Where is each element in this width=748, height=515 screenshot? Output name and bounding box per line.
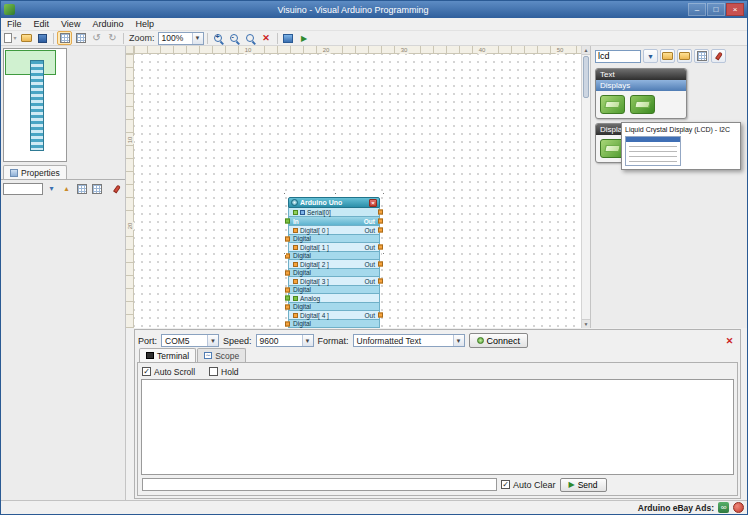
board-row-digital-1[interactable]: Digital[ 1 ]Out <box>288 243 380 252</box>
list-view-button[interactable] <box>677 49 692 63</box>
zoom-select[interactable]: 100% ▼ <box>158 32 204 45</box>
connect-button[interactable]: Connect <box>469 333 529 348</box>
categorized-view-button[interactable] <box>75 182 88 195</box>
menu-item-arduino[interactable]: Arduino <box>86 19 129 29</box>
save-button[interactable] <box>35 31 50 45</box>
board-row-digital-2[interactable]: Digital[ 2 ]Out <box>288 260 380 269</box>
board-row-digital-3[interactable]: Digital[ 3 ]Out <box>288 277 380 286</box>
digital-out-pin[interactable] <box>378 262 383 267</box>
left-panel: Properties ▾ ▴ <box>1 46 126 500</box>
board-row-digital[interactable]: Digital <box>288 286 380 294</box>
undo-button[interactable]: ↺ <box>89 31 104 45</box>
selection-handle[interactable] <box>382 252 385 255</box>
lcd-component-icon[interactable] <box>600 95 625 114</box>
pin-palette-button[interactable] <box>711 49 726 63</box>
board-row-digital-4[interactable]: Digital[ 4 ]Out <box>288 311 380 320</box>
delete-component-button[interactable]: × <box>369 199 377 207</box>
palette-group-header[interactable]: Text <box>596 69 686 80</box>
board-row-analog[interactable]: Analog <box>288 294 380 303</box>
design-canvas[interactable]: Arduino Uno × Serial[0]InOutDigital[ 0 ]… <box>134 54 581 328</box>
port-select[interactable]: COM5 ▼ <box>161 334 219 347</box>
menu-item-help[interactable]: Help <box>129 19 160 29</box>
analog-in-pin[interactable] <box>285 296 290 301</box>
port-value: COM5 <box>165 336 190 346</box>
board-row-digital[interactable]: Digital <box>288 235 380 243</box>
digital-out-pin[interactable] <box>378 279 383 284</box>
selection-handle[interactable] <box>382 192 385 195</box>
arduino-ad-icon[interactable]: ∞ <box>718 502 729 513</box>
category-view-button[interactable] <box>660 49 675 63</box>
format-select[interactable]: Unformatted Text ▼ <box>353 334 465 347</box>
zoom-in-icon: + <box>214 34 222 42</box>
menu-item-view[interactable]: View <box>55 19 86 29</box>
upload-button[interactable]: ▶ <box>297 31 312 45</box>
ebay-ad-icon[interactable] <box>733 502 744 513</box>
zoom-in-button[interactable]: + <box>211 31 226 45</box>
board-row-in-out[interactable]: InOut <box>288 217 380 226</box>
selection-handle[interactable] <box>283 192 286 195</box>
scrollbar-thumb[interactable] <box>583 56 589 98</box>
expand-all-button[interactable]: ▾ <box>45 182 58 195</box>
hold-checkbox[interactable] <box>209 367 218 376</box>
out-pin[interactable] <box>378 219 383 224</box>
digital-in-pin[interactable] <box>285 304 290 309</box>
minimize-button[interactable]: – <box>688 3 706 16</box>
digital-in-pin[interactable] <box>285 270 290 275</box>
show-grid-toggle[interactable] <box>57 31 72 45</box>
small-icons-button[interactable] <box>694 49 709 63</box>
board-row-digital[interactable]: Digital <box>288 269 380 277</box>
lcd-i2c-component-icon[interactable] <box>630 95 655 114</box>
selection-handle[interactable] <box>334 192 337 195</box>
tab-scope[interactable]: ∼ Scope <box>197 348 246 362</box>
sort-button[interactable]: ▴ <box>60 182 73 195</box>
component-search-input[interactable] <box>595 50 641 63</box>
send-row: ✓ Auto Clear ▶ Send <box>140 476 735 493</box>
close-button[interactable]: × <box>726 3 744 16</box>
tab-terminal[interactable]: Terminal <box>139 348 196 362</box>
auto-clear-checkbox[interactable]: ✓ <box>501 480 510 489</box>
component-header[interactable]: Arduino Uno × <box>288 197 380 208</box>
send-button[interactable]: ▶ Send <box>560 478 607 492</box>
alphabetical-view-button[interactable] <box>90 182 103 195</box>
in-pin[interactable] <box>285 219 290 224</box>
terminal-output[interactable] <box>141 379 734 475</box>
zoom-fit-button[interactable]: ✕ <box>259 31 274 45</box>
search-dropdown-button[interactable]: ▼ <box>643 49 658 63</box>
board-row-digital[interactable]: Digital <box>288 303 380 311</box>
scroll-down-arrow[interactable]: ▼ <box>582 319 590 328</box>
redo-button[interactable]: ↻ <box>105 31 120 45</box>
board-row-serial-0[interactable]: Serial[0] <box>288 208 380 217</box>
digital-in-pin[interactable] <box>285 287 290 292</box>
menu-item-file[interactable]: File <box>1 19 28 29</box>
digital-in-pin[interactable] <box>285 236 290 241</box>
pin-panel-button[interactable] <box>110 182 123 195</box>
digital-in-pin[interactable] <box>285 321 290 326</box>
digital-out-pin[interactable] <box>378 313 383 318</box>
speed-select[interactable]: 9600 ▼ <box>256 334 314 347</box>
board-row-digital[interactable]: Digital <box>288 320 380 328</box>
new-project-button[interactable]: ▾ <box>3 31 18 45</box>
digital-out-pin[interactable] <box>378 228 383 233</box>
auto-scroll-checkbox[interactable]: ✓ <box>142 367 151 376</box>
scroll-up-arrow[interactable]: ▲ <box>582 46 590 55</box>
compile-button[interactable] <box>281 31 296 45</box>
palette-subgroup-header[interactable]: Displays <box>596 80 686 91</box>
snap-to-grid-toggle[interactable] <box>73 31 88 45</box>
send-input[interactable] <box>142 478 497 491</box>
close-terminal-button[interactable]: ✕ <box>722 334 737 348</box>
properties-filter-input[interactable] <box>3 183 43 195</box>
overview-navigator[interactable] <box>3 48 67 162</box>
maximize-button[interactable]: □ <box>707 3 725 16</box>
tab-properties[interactable]: Properties <box>3 165 67 179</box>
serial-out-pin[interactable] <box>378 210 383 215</box>
board-row-digital-0[interactable]: Digital[ 0 ]Out <box>288 226 380 235</box>
zoom-reset-button[interactable] <box>243 31 258 45</box>
digital-out-pin[interactable] <box>378 245 383 250</box>
canvas-vertical-scrollbar[interactable]: ▲ ▼ <box>581 46 590 328</box>
board-row-digital[interactable]: Digital <box>288 252 380 260</box>
arduino-uno-component[interactable]: Arduino Uno × Serial[0]InOutDigital[ 0 ]… <box>288 197 380 328</box>
selection-handle[interactable] <box>283 252 286 255</box>
zoom-out-button[interactable]: - <box>227 31 242 45</box>
menu-item-edit[interactable]: Edit <box>28 19 56 29</box>
open-button[interactable] <box>19 31 34 45</box>
